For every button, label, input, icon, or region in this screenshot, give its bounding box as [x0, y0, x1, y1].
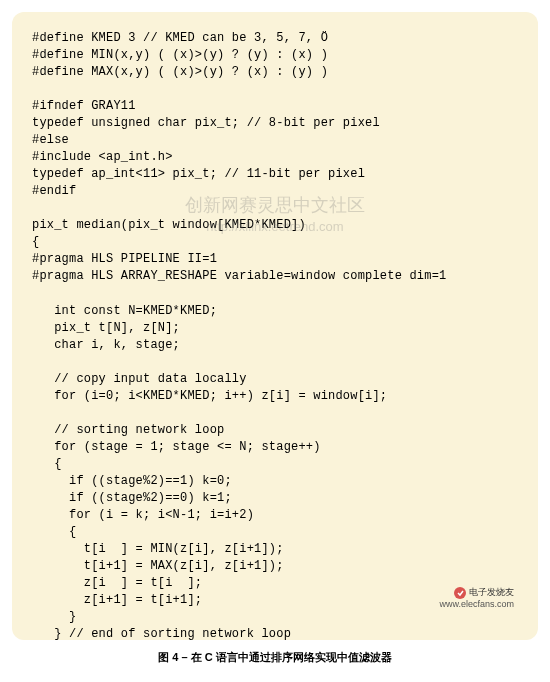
footer-url: www.elecfans.com	[439, 599, 514, 609]
footer-top-text: 电子发烧友	[469, 587, 514, 597]
figure-caption: 图 4 – 在 C 语言中通过排序网络实现中值滤波器	[12, 650, 538, 665]
logo-icon	[453, 586, 467, 600]
footer-logo: 电子发烧友 www.elecfans.com	[439, 586, 514, 610]
code-block: #define KMED 3 // KMED can be 3, 5, 7, Ö…	[12, 12, 538, 640]
code-content: #define KMED 3 // KMED can be 3, 5, 7, Ö…	[32, 30, 518, 640]
svg-point-0	[454, 587, 466, 599]
